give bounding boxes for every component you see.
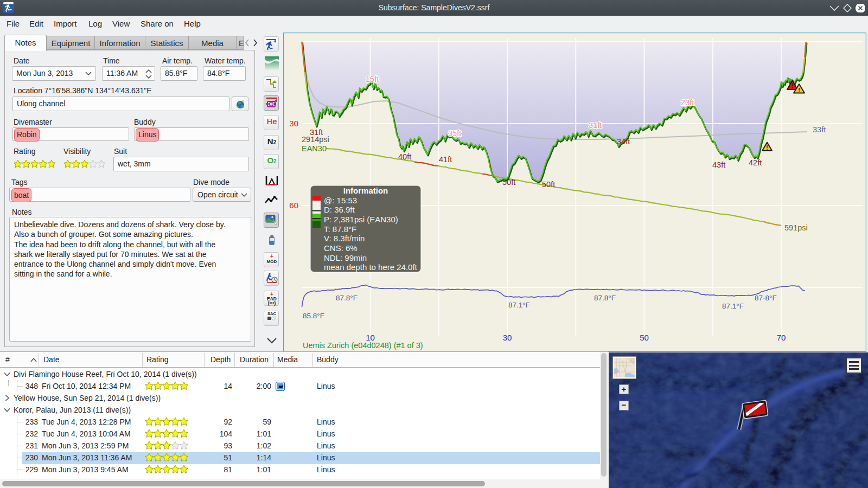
svg-text:30: 30 xyxy=(503,333,512,342)
svg-text:Uemis Zurich (e04d0248) (#1 of: Uemis Zurich (e04d0248) (#1 of 3) xyxy=(303,341,423,350)
svg-text:T: 87.8°F: T: 87.8°F xyxy=(324,224,356,234)
svg-text:EAN30: EAN30 xyxy=(302,144,327,153)
svg-text:D: 36.9ft: D: 36.9ft xyxy=(324,205,355,214)
svg-text:43ft: 43ft xyxy=(712,160,725,169)
svg-text:15ft: 15ft xyxy=(366,75,379,84)
svg-text:591psi: 591psi xyxy=(784,223,808,232)
svg-text:30: 30 xyxy=(289,119,298,128)
svg-text:87.1°F: 87.1°F xyxy=(508,301,530,309)
svg-text:87.8°F: 87.8°F xyxy=(594,294,616,302)
svg-text:34ft: 34ft xyxy=(617,137,630,146)
svg-text:85.8°F: 85.8°F xyxy=(303,312,324,320)
svg-text:33ft: 33ft xyxy=(813,125,826,134)
svg-text:P: 2,381psi (EAN30): P: 2,381psi (EAN30) xyxy=(324,215,398,224)
svg-text:23ft: 23ft xyxy=(681,98,694,107)
svg-text:2914psi: 2914psi xyxy=(302,135,329,144)
svg-text:50ft: 50ft xyxy=(502,178,515,187)
svg-text:!: ! xyxy=(766,145,768,151)
svg-text:87.1°F: 87.1°F xyxy=(722,302,744,310)
svg-text:41ft: 41ft xyxy=(439,155,452,164)
svg-text:35ft: 35ft xyxy=(448,129,461,138)
svg-text:70: 70 xyxy=(777,333,786,342)
svg-text:@: 15:53: @: 15:53 xyxy=(324,196,357,205)
svg-text:50ft: 50ft xyxy=(542,180,555,189)
svg-text:42ft: 42ft xyxy=(749,158,762,167)
svg-text:mean depth to here 24.0ft: mean depth to here 24.0ft xyxy=(324,262,418,272)
svg-text:Information: Information xyxy=(343,186,388,195)
svg-text:CNS: 6%: CNS: 6% xyxy=(324,243,358,253)
svg-text:V: 8.3ft/min: V: 8.3ft/min xyxy=(324,234,365,243)
svg-text:NDL: 99min: NDL: 99min xyxy=(324,253,367,262)
svg-text:50: 50 xyxy=(640,333,649,342)
svg-text:!: ! xyxy=(792,82,794,89)
svg-text:87.8°F: 87.8°F xyxy=(336,294,358,302)
svg-text:40ft: 40ft xyxy=(398,152,411,161)
svg-text:31ft: 31ft xyxy=(589,121,602,130)
svg-text:87·8°F: 87·8°F xyxy=(755,294,777,302)
svg-text:!: ! xyxy=(798,87,800,93)
svg-text:60: 60 xyxy=(289,201,298,210)
